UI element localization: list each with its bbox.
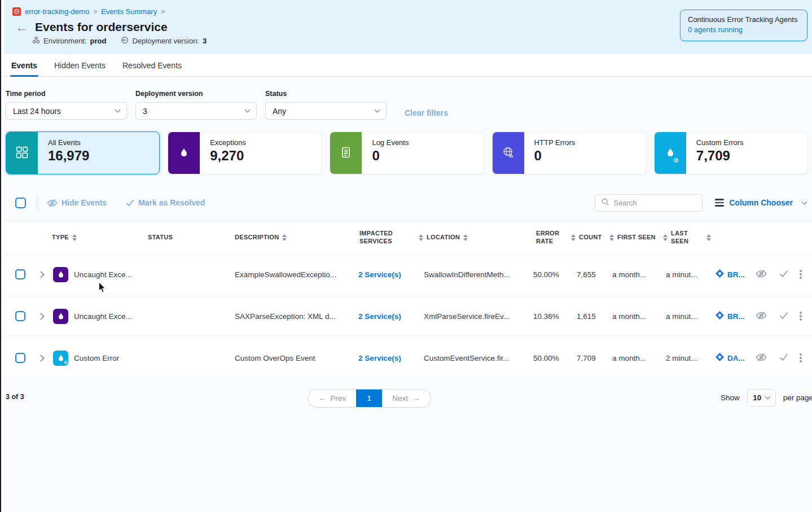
breadcrumb: error-tracking-demo > Events Summary > <box>12 7 165 16</box>
tabs-bar: Events Hidden Events Resolved Events <box>4 54 812 77</box>
stat-card-http-errors[interactable]: HTTP Errors 0 <box>492 132 646 174</box>
flame-icon <box>53 267 68 282</box>
resolve-event-button[interactable] <box>774 270 793 279</box>
per-page-label: per page <box>783 393 812 402</box>
tab-events[interactable]: Events <box>10 54 38 76</box>
current-page-button[interactable]: 1 <box>356 390 382 407</box>
flame-gear-icon: ⚙ <box>53 351 68 366</box>
main-content: Time period Last 24 hours Deployment ver… <box>4 77 812 512</box>
globe-error-icon <box>502 146 515 160</box>
ticket-link[interactable]: DA... <box>711 353 748 363</box>
last-seen: a minut... <box>659 312 711 321</box>
event-type: Uncaught Exce... <box>74 270 132 279</box>
column-header-impacted-services[interactable]: IMPACTED SERVICES <box>351 230 419 246</box>
column-header-last-seen[interactable]: LAST SEEN <box>659 230 711 246</box>
stat-card-custom-errors[interactable]: ⚙ Custom Errors 7,709 <box>654 132 808 174</box>
arrow-left-icon: ← <box>318 394 326 402</box>
tab-resolved-events[interactable]: Resolved Events <box>121 54 183 76</box>
chevron-down-icon <box>245 107 251 113</box>
column-header-description[interactable]: DESCRIPTION <box>230 234 351 242</box>
expand-row-button[interactable] <box>37 355 45 362</box>
row-menu-button[interactable] <box>793 353 809 362</box>
clear-filters-button[interactable]: Clear filters <box>405 108 448 117</box>
prev-page-button[interactable]: ← Prev <box>308 390 356 407</box>
impacted-services-link[interactable]: 2 Service(s) <box>358 312 401 321</box>
sort-icon[interactable] <box>463 234 468 241</box>
deployment-label: Deployment version: <box>132 37 199 45</box>
hide-event-button[interactable] <box>748 311 774 322</box>
sort-icon[interactable] <box>419 234 423 241</box>
impacted-services-link[interactable]: 2 Service(s) <box>358 354 401 362</box>
time-period-label: Time period <box>6 90 127 98</box>
breadcrumb-link-project[interactable]: error-tracking-demo <box>25 7 89 16</box>
expand-row-button[interactable] <box>37 313 45 320</box>
eye-slash-icon <box>47 199 58 207</box>
hide-event-button[interactable] <box>748 353 774 364</box>
event-description: SAXParseException: XML d... <box>230 312 351 321</box>
stat-card-log-events[interactable]: Log Events 0 <box>330 132 484 174</box>
back-button[interactable]: ← <box>15 21 28 33</box>
sort-icon[interactable] <box>72 234 77 241</box>
status-select[interactable]: Any <box>265 102 387 120</box>
column-chooser-button[interactable]: Column Chooser <box>715 198 806 207</box>
deployment-version-label: Deployment version <box>135 90 257 98</box>
agents-running-link[interactable]: 0 agents running <box>688 25 800 34</box>
row-menu-button[interactable] <box>793 270 809 279</box>
select-all-checkbox[interactable] <box>15 198 26 208</box>
next-page-button[interactable]: Next → <box>382 390 430 407</box>
sort-icon[interactable] <box>282 234 287 241</box>
row-checkbox[interactable] <box>15 311 25 321</box>
tab-hidden-events[interactable]: Hidden Events <box>53 54 107 76</box>
stat-card-label: Exceptions <box>210 138 246 147</box>
divider <box>37 195 37 210</box>
hide-events-button[interactable]: Hide Events <box>47 198 107 207</box>
flame-icon <box>53 309 68 324</box>
expand-row-button[interactable] <box>37 271 45 278</box>
table-row: Uncaught Exce... ExampleSwallowedExcepti… <box>4 256 812 293</box>
stat-card-all-events[interactable]: All Events 16,979 <box>6 132 160 174</box>
ticket-link[interactable]: BR... <box>711 311 748 321</box>
ticket-link[interactable]: BR... <box>711 269 748 279</box>
column-header-error-rate[interactable]: ERROR RATE <box>523 230 567 246</box>
sort-icon[interactable] <box>706 234 711 241</box>
first-seen: a month... <box>605 312 659 321</box>
page-size-select[interactable]: 10 <box>747 389 776 406</box>
error-rate: 50.00% <box>523 270 567 279</box>
menu-icon <box>715 199 724 207</box>
resolve-event-button[interactable] <box>774 312 793 321</box>
column-header-status[interactable]: STATUS <box>145 234 230 242</box>
column-header-type[interactable]: TYPE <box>52 234 145 242</box>
chevron-down-icon <box>375 107 380 113</box>
column-header-location[interactable]: LOCATION <box>419 234 523 242</box>
column-header-count[interactable]: COUNT <box>567 234 605 242</box>
deployment-version-select[interactable]: 3 <box>135 102 257 120</box>
hide-event-button[interactable] <box>748 269 774 280</box>
jira-ticket-icon <box>716 353 724 363</box>
chevron-down-icon <box>802 199 807 204</box>
stat-card-value: 0 <box>534 148 576 164</box>
resolve-event-button[interactable] <box>774 353 793 363</box>
mark-resolved-button[interactable]: Mark as Resolved <box>126 198 205 207</box>
search-input[interactable] <box>613 199 687 207</box>
time-period-select[interactable]: Last 24 hours <box>6 102 127 120</box>
sort-icon[interactable] <box>663 234 668 241</box>
page-header: error-tracking-demo > Events Summary > ←… <box>4 0 812 54</box>
last-seen: a minut... <box>659 270 711 279</box>
gear-icon: ⚙ <box>673 157 679 164</box>
search-box <box>595 194 703 212</box>
breadcrumb-link-events-summary[interactable]: Events Summary <box>101 7 157 16</box>
stat-card-exceptions[interactable]: Exceptions 9,270 <box>168 132 322 174</box>
check-icon <box>779 270 788 279</box>
sort-icon[interactable] <box>609 234 614 241</box>
first-seen: a month... <box>605 270 659 279</box>
impacted-services-link[interactable]: 2 Service(s) <box>358 270 401 279</box>
column-header-first-seen[interactable]: FIRST SEEN <box>605 234 659 242</box>
jira-ticket-icon <box>716 269 724 279</box>
row-checkbox[interactable] <box>15 353 25 363</box>
table-row: Uncaught Exce... SAXParseException: XML … <box>4 297 812 335</box>
row-menu-button[interactable] <box>793 312 809 321</box>
sort-icon[interactable] <box>571 234 576 241</box>
event-type: Custom Error <box>74 354 119 362</box>
page-title: Events for orderservice <box>35 20 168 34</box>
row-checkbox[interactable] <box>15 269 25 279</box>
